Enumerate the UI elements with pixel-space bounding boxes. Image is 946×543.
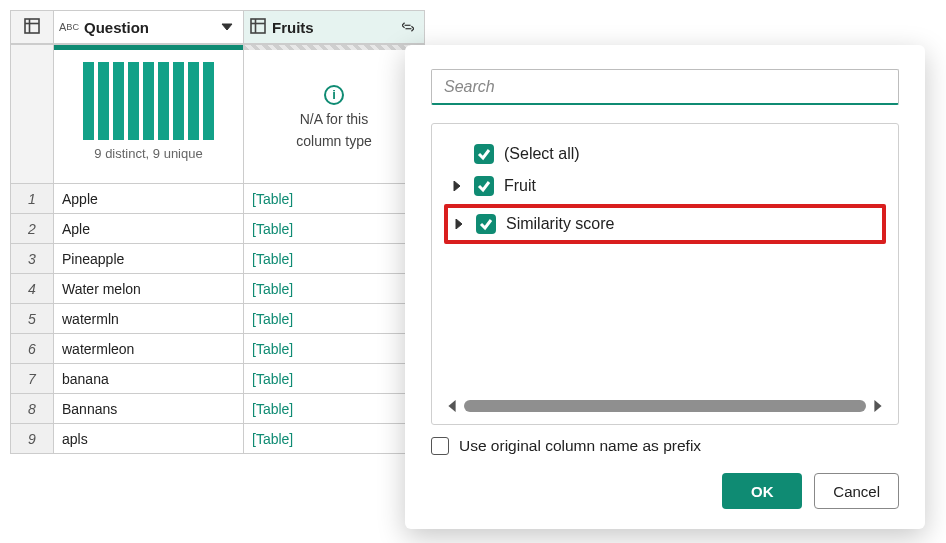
cell-question[interactable]: watermln <box>54 304 244 334</box>
option-similarity-score[interactable]: Similarity score <box>450 210 880 238</box>
row-number: 2 <box>10 214 54 244</box>
row-number: 5 <box>10 304 54 334</box>
scroll-right-icon[interactable] <box>872 400 884 412</box>
svg-marker-3 <box>222 24 232 30</box>
row-number: 6 <box>10 334 54 364</box>
checkbox-checked-icon[interactable] <box>476 214 496 234</box>
cell-question[interactable]: Apple <box>54 184 244 214</box>
cell-question[interactable]: Aple <box>54 214 244 244</box>
cell-fruits[interactable]: [Table] <box>244 184 425 214</box>
column-header-label: Question <box>84 19 211 36</box>
row-number: 9 <box>10 424 54 454</box>
row-number: 8 <box>10 394 54 424</box>
cell-fruits[interactable]: [Table] <box>244 304 425 334</box>
row-number: 3 <box>10 244 54 274</box>
option-label: (Select all) <box>504 145 580 163</box>
cell-fruits[interactable]: [Table] <box>244 424 425 454</box>
cancel-button[interactable]: Cancel <box>814 473 899 509</box>
column-header-question[interactable]: ABC Question <box>54 10 244 44</box>
cell-fruits[interactable]: [Table] <box>244 364 425 394</box>
option-select-all[interactable]: (Select all) <box>446 138 884 170</box>
data-rows: 1Apple[Table]2Aple[Table]3Pineapple[Tabl… <box>10 184 425 454</box>
profile-question: 9 distinct, 9 unique <box>54 44 244 184</box>
column-header-fruits[interactable]: Fruits <box>244 10 425 44</box>
cell-question[interactable]: Bannans <box>54 394 244 424</box>
search-field-wrap[interactable] <box>431 69 899 105</box>
option-label: Fruit <box>504 177 536 195</box>
column-profile-row: 9 distinct, 9 unique i N/A for this colu… <box>10 44 425 184</box>
svg-marker-11 <box>448 400 455 412</box>
row-number: 7 <box>10 364 54 394</box>
horizontal-scrollbar[interactable] <box>446 400 884 412</box>
profile-na-text: N/A for this <box>300 111 368 127</box>
info-icon: i <box>324 85 344 105</box>
option-fruit[interactable]: Fruit <box>446 170 884 202</box>
cell-question[interactable]: Water melon <box>54 274 244 304</box>
table-row[interactable]: 9apls[Table] <box>10 424 425 454</box>
table-row[interactable]: 8Bannans[Table] <box>10 394 425 424</box>
row-number: 1 <box>10 184 54 214</box>
select-whole-table[interactable] <box>10 10 54 44</box>
option-label: Similarity score <box>506 215 614 233</box>
checkbox-checked-icon[interactable] <box>474 176 494 196</box>
table-row[interactable]: 5watermln[Table] <box>10 304 425 334</box>
scrollbar-track[interactable] <box>464 400 866 412</box>
table-row[interactable]: 2Aple[Table] <box>10 214 425 244</box>
profile-fruits: i N/A for this column type <box>244 44 425 184</box>
row-number: 4 <box>10 274 54 304</box>
cell-fruits[interactable]: [Table] <box>244 214 425 244</box>
cell-question[interactable]: banana <box>54 364 244 394</box>
cell-fruits[interactable]: [Table] <box>244 394 425 424</box>
cell-fruits[interactable]: [Table] <box>244 244 425 274</box>
column-filter-button[interactable] <box>217 17 237 37</box>
svg-rect-0 <box>25 19 39 33</box>
highlighted-option: Similarity score <box>444 204 886 244</box>
table-row[interactable]: 3Pineapple[Table] <box>10 244 425 274</box>
svg-marker-9 <box>454 181 460 191</box>
use-prefix-label: Use original column name as prefix <box>459 437 701 455</box>
table-type-icon <box>250 18 266 37</box>
profile-summary: 9 distinct, 9 unique <box>94 146 202 161</box>
ok-button[interactable]: OK <box>722 473 802 509</box>
table-row[interactable]: 4Water melon[Table] <box>10 274 425 304</box>
scroll-left-icon[interactable] <box>446 400 458 412</box>
table-row[interactable]: 1Apple[Table] <box>10 184 425 214</box>
expand-columns-panel: (Select all) Fruit Similarity score <box>405 45 925 529</box>
cell-question[interactable]: watermleon <box>54 334 244 364</box>
svg-marker-10 <box>456 219 462 229</box>
option-list: (Select all) Fruit Similarity score <box>431 123 899 425</box>
text-type-icon: ABC <box>60 18 78 36</box>
table-row[interactable]: 7banana[Table] <box>10 364 425 394</box>
use-prefix-option[interactable]: Use original column name as prefix <box>431 437 899 455</box>
svg-marker-12 <box>874 400 881 412</box>
checkbox-checked-icon[interactable] <box>474 144 494 164</box>
cell-fruits[interactable]: [Table] <box>244 334 425 364</box>
column-header-label: Fruits <box>272 19 392 36</box>
cell-question[interactable]: Pineapple <box>54 244 244 274</box>
profile-na-text: column type <box>296 133 371 149</box>
profile-corner <box>10 44 54 184</box>
data-grid: ABC Question Fruits <box>10 10 425 454</box>
cell-question[interactable]: apls <box>54 424 244 454</box>
checkbox-unchecked-icon[interactable] <box>431 437 449 455</box>
expand-column-button[interactable] <box>398 17 418 37</box>
cell-fruits[interactable]: [Table] <box>244 274 425 304</box>
expand-toggle-icon[interactable] <box>452 219 466 229</box>
table-row[interactable]: 6watermleon[Table] <box>10 334 425 364</box>
expand-toggle-icon[interactable] <box>450 181 464 191</box>
dialog-buttons: OK Cancel <box>431 473 899 509</box>
table-icon <box>24 18 40 37</box>
distribution-bars-icon <box>83 60 214 140</box>
column-header-row: ABC Question Fruits <box>10 10 425 44</box>
svg-rect-4 <box>251 19 265 33</box>
search-input[interactable] <box>442 77 888 97</box>
